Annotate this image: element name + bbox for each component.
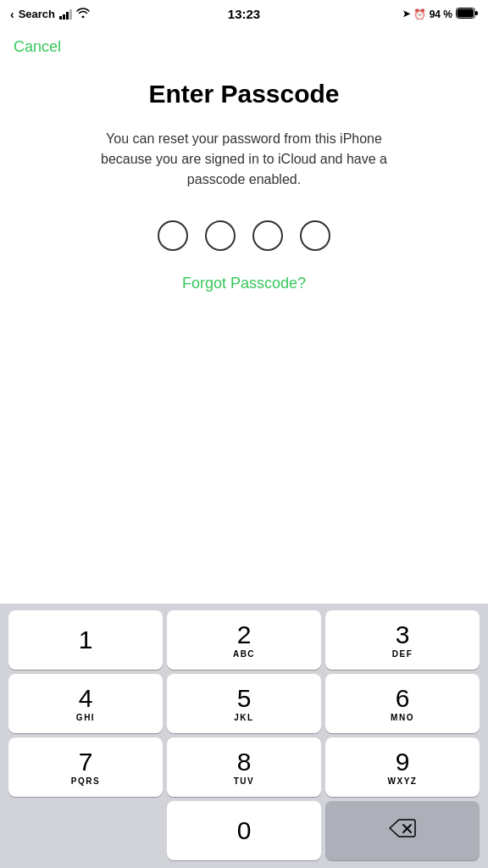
key-number-label: 8	[237, 749, 252, 775]
key-3[interactable]: 3DEF	[325, 610, 480, 670]
passcode-dot-2	[205, 220, 236, 251]
delete-icon	[389, 819, 416, 843]
keyboard-row: 0	[3, 801, 485, 860]
passcode-dots	[158, 220, 330, 251]
key-1[interactable]: 1	[8, 610, 163, 670]
svg-rect-1	[458, 8, 474, 17]
status-time: 13:23	[228, 7, 260, 21]
battery-icon	[456, 8, 478, 21]
wifi-icon	[76, 8, 90, 20]
header-area: Cancel	[0, 28, 488, 63]
status-bar: ‹ Search 13:23 ➤ ⏰ 94 %	[0, 0, 488, 28]
key-letters-label: TUV	[234, 776, 255, 786]
key-2[interactable]: 2ABC	[167, 610, 321, 670]
key-number-label: 6	[396, 686, 410, 711]
passcode-dot-3	[252, 220, 283, 251]
key-letters-label: JKL	[234, 713, 253, 722]
key-8[interactable]: 8TUV	[167, 737, 321, 797]
keyboard: 12ABC3DEF4GHI5JKL6MNO7PQRS8TUV9WXYZ0	[0, 604, 488, 868]
key-letters-label: GHI	[76, 713, 95, 722]
key-number-label: 9	[396, 749, 410, 775]
page-title: Enter Passcode	[148, 80, 339, 108]
passcode-dot-1	[158, 220, 188, 251]
key-number-label: 1	[79, 627, 93, 653]
alarm-icon: ⏰	[413, 8, 426, 20]
svg-rect-2	[475, 11, 478, 15]
cancel-button[interactable]: Cancel	[14, 36, 61, 58]
key-delete[interactable]	[325, 801, 480, 860]
key-number-label: 5	[237, 686, 252, 711]
key-empty	[8, 801, 163, 860]
forgot-passcode-button[interactable]: Forgot Passcode?	[182, 275, 306, 292]
key-letters-label: PQRS	[71, 776, 100, 786]
back-icon: ‹	[10, 8, 14, 21]
description-text: You can reset your password from this iP…	[83, 129, 405, 190]
key-9[interactable]: 9WXYZ	[325, 737, 480, 797]
location-icon: ➤	[402, 8, 410, 19]
keyboard-row: 7PQRS8TUV9WXYZ	[3, 737, 485, 797]
key-5[interactable]: 5JKL	[167, 674, 321, 733]
status-app-label: Search	[19, 8, 55, 20]
keyboard-row: 12ABC3DEF	[3, 610, 485, 670]
key-number-label: 2	[237, 622, 252, 648]
key-letters-label: MNO	[391, 713, 414, 722]
status-right: ➤ ⏰ 94 %	[402, 8, 478, 21]
signal-bars-icon	[59, 9, 72, 19]
key-6[interactable]: 6MNO	[325, 674, 480, 733]
key-letters-label: WXYZ	[388, 776, 418, 786]
key-number-label: 4	[79, 686, 93, 711]
key-4[interactable]: 4GHI	[8, 674, 163, 733]
status-left: ‹ Search	[10, 8, 90, 21]
battery-label: 94 %	[430, 8, 452, 20]
passcode-dot-4	[300, 220, 330, 251]
key-number-label: 3	[396, 622, 410, 648]
key-letters-label: ABC	[233, 649, 255, 659]
key-letters-label: DEF	[392, 649, 413, 659]
key-7[interactable]: 7PQRS	[8, 737, 163, 797]
key-0[interactable]: 0	[167, 801, 321, 860]
key-number-label: 7	[79, 749, 93, 775]
keyboard-row: 4GHI5JKL6MNO	[3, 674, 485, 733]
key-number-label: 0	[237, 818, 252, 843]
main-content: Enter Passcode You can reset your passwo…	[0, 63, 488, 604]
